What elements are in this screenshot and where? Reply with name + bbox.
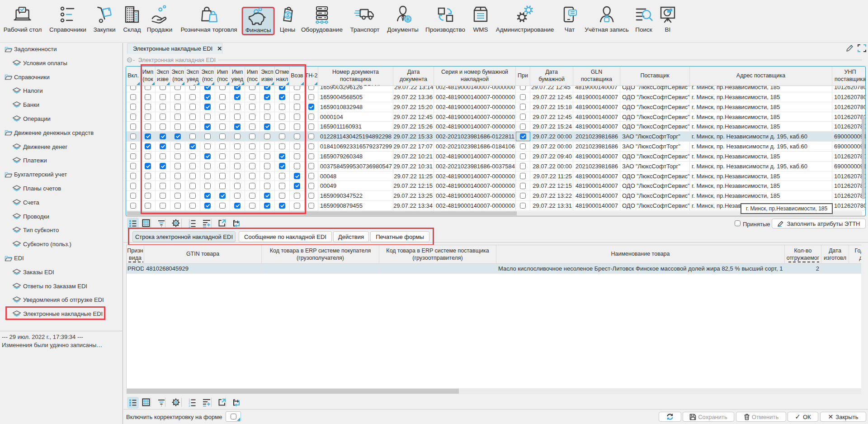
svg-text:3: 3 [189,404,190,407]
